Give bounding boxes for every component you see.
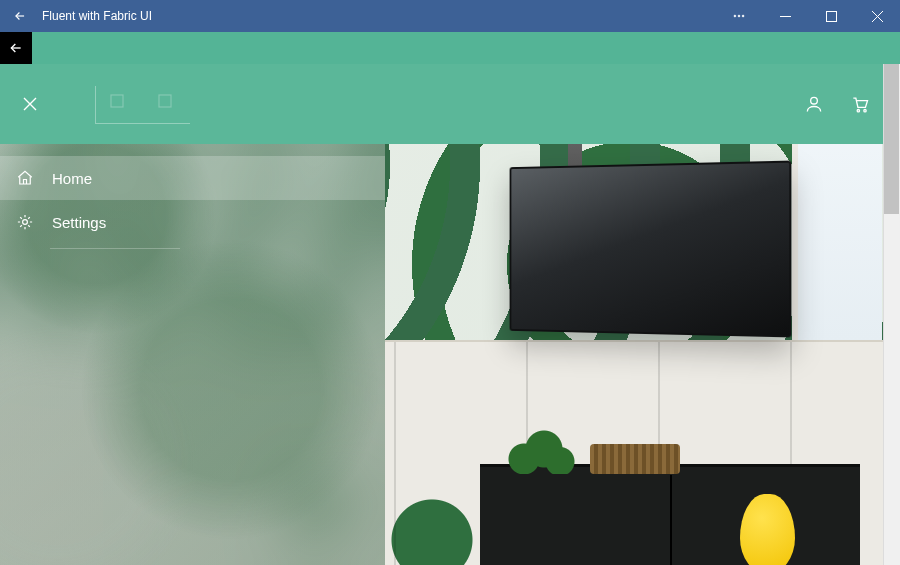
cart-button[interactable] [837,64,883,144]
svg-point-8 [857,110,859,112]
wall-tv [510,161,792,338]
potted-plant [500,424,580,474]
nav-item-home[interactable]: Home [0,156,385,200]
close-button[interactable] [854,0,900,32]
titlebar-back-button[interactable] [0,0,40,32]
nav-separator [50,248,180,249]
command-bar [0,64,883,144]
maximize-button[interactable] [808,0,854,32]
svg-point-0 [734,15,736,17]
wicker-basket [590,444,680,474]
arrow-left-icon [13,9,27,23]
yellow-vase [740,494,795,565]
command-bar-ghost-controls [95,86,190,124]
svg-rect-3 [826,11,836,21]
nav-item-settings[interactable]: Settings [0,200,385,244]
window-titlebar: Fluent with Fabric UI [0,0,900,32]
vertical-scrollbar[interactable] [883,64,900,565]
svg-point-1 [738,15,740,17]
close-icon [23,97,37,111]
minimize-icon [780,11,791,22]
close-icon [872,11,883,22]
window-title: Fluent with Fabric UI [40,9,716,23]
svg-point-9 [864,110,866,112]
cart-icon [850,94,870,114]
nav-item-label: Settings [52,214,106,231]
content-area: Home Settings [0,64,900,565]
nav-list: Home Settings [0,156,385,249]
tv-cabinet [480,464,860,565]
more-icon [732,9,746,23]
svg-rect-5 [111,95,123,107]
minimize-button[interactable] [762,0,808,32]
svg-point-4 [23,220,28,225]
svg-point-2 [742,15,744,17]
gear-icon [16,213,34,231]
arrow-left-icon [8,40,24,56]
titlebar-more-button[interactable] [716,0,762,32]
app-back-bar [0,32,900,64]
home-icon [16,169,34,187]
svg-rect-6 [159,95,171,107]
scrollbar-thumb[interactable] [884,64,899,214]
account-button[interactable] [791,64,837,144]
ghost-icon [108,92,126,110]
svg-point-7 [811,97,818,104]
ghost-icon [156,92,174,110]
nav-close-button[interactable] [0,64,60,144]
person-icon [804,94,824,114]
nav-item-label: Home [52,170,92,187]
maximize-icon [826,11,837,22]
app-back-button[interactable] [0,32,32,64]
